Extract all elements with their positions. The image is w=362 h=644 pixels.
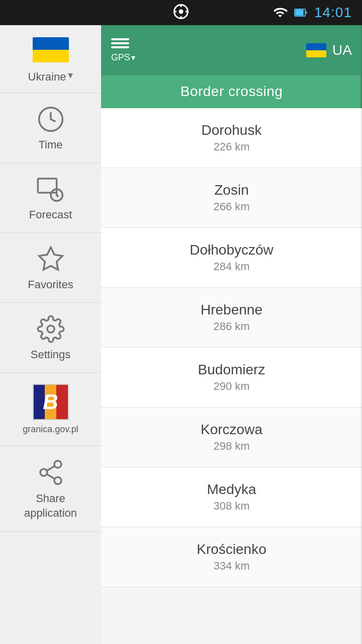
location-icon [172,3,190,21]
crossing-name: Zosin [214,182,248,198]
crossing-name: Dorohusk [202,122,262,138]
crossing-name: Hrebenne [201,302,262,318]
favorites-icon-container [36,244,66,274]
tab-bar[interactable]: Border crossing [101,75,362,108]
crossing-name: Budomierz [198,362,265,378]
hamburger-menu[interactable]: GPS ▾ [111,38,135,63]
granica-icon-container: B [33,384,69,420]
crossing-name: Medyka [207,481,256,498]
crossing-item[interactable]: Krościenko334 km [101,527,362,587]
crossing-item[interactable]: Zosin266 km [101,168,362,228]
content-header: GPS ▾ UA [101,25,362,75]
star-icon [37,245,65,273]
sidebar-item-granica[interactable]: B granica.gov.pl [0,373,101,446]
granica-logo: B [33,384,69,420]
svg-rect-6 [295,10,303,16]
hamburger-line-2 [111,42,129,44]
active-tab-label: Border crossing [180,84,283,100]
status-icons: 14:01 [272,5,352,21]
forecast-icon-container [36,174,66,204]
time-label: Time [38,138,62,151]
gps-label: GPS ▾ [111,52,135,63]
svg-point-13 [40,469,47,476]
share-icon-container [36,457,66,488]
svg-marker-10 [39,248,62,270]
svg-point-11 [47,326,54,333]
crossing-name: Korczowa [201,422,262,438]
sidebar-item-share[interactable]: Shareapplication [0,446,101,532]
crossing-item[interactable]: Medyka308 km [101,467,362,527]
country-code-header: UA [332,42,352,58]
favorites-label: Favorites [28,278,73,291]
hamburger-line-1 [111,38,129,40]
status-time: 14:01 [314,5,352,21]
content-area: GPS ▾ UA Border crossing Dorohusk226 kmZ… [101,25,362,644]
settings-icon-container [36,314,66,344]
wifi-icon [272,6,288,20]
time-icon-container [36,104,66,134]
crossing-distance: 298 km [213,440,249,453]
status-bar: 14:01 [0,0,362,25]
sidebar-item-settings[interactable]: Settings [0,303,101,373]
crossing-list: Dorohusk226 kmZosin266 kmDołhobyczów284 … [101,108,362,644]
forecast-icon [37,175,65,203]
sidebar: Ukraine ▾ Time Forecas [0,25,101,644]
forecast-label: Forecast [29,208,72,221]
share-label: Shareapplication [24,492,77,520]
crossing-distance: 266 km [213,200,249,213]
sidebar-item-favorites[interactable]: Favorites [0,233,101,303]
country-label: Ukraine [28,70,66,84]
dropdown-arrow: ▾ [68,69,73,81]
crossing-item[interactable]: Budomierz290 km [101,348,362,408]
country-flag-area[interactable]: UA [306,42,352,58]
sidebar-item-forecast[interactable]: Forecast [0,163,101,233]
sidebar-item-time[interactable]: Time [0,93,101,163]
clock-icon [37,105,65,133]
ua-flag-header [306,43,326,57]
crossing-distance: 284 km [213,260,249,273]
crossing-name: Dołhobyczów [190,242,274,258]
battery-icon [293,6,309,20]
crossing-item[interactable]: Hrebenne286 km [101,288,362,348]
crossing-distance: 308 km [213,500,249,513]
crossing-distance: 290 km [213,380,249,393]
share-icon [37,458,65,487]
sidebar-item-country[interactable]: Ukraine ▾ [0,25,101,93]
crossing-distance: 334 km [213,559,249,573]
svg-point-12 [54,461,61,468]
main-layout: Ukraine ▾ Time Forecas [0,25,362,644]
ukraine-flag [33,37,69,62]
granica-label: granica.gov.pl [23,424,78,435]
svg-point-0 [179,10,184,14]
crossing-name: Krościenko [197,541,266,557]
crossing-item[interactable]: Dołhobyczów284 km [101,228,362,288]
svg-line-16 [47,466,55,470]
crossing-distance: 226 km [213,140,249,153]
crossing-item[interactable]: Korczowa298 km [101,408,362,467]
svg-line-15 [47,474,55,479]
crossing-item[interactable]: Dorohusk226 km [101,108,362,168]
crossing-distance: 286 km [213,320,249,333]
svg-point-14 [54,477,61,484]
hamburger-line-3 [111,46,129,48]
settings-label: Settings [31,348,71,361]
gps-dropdown-arrow: ▾ [131,53,135,62]
gear-icon [37,315,65,343]
